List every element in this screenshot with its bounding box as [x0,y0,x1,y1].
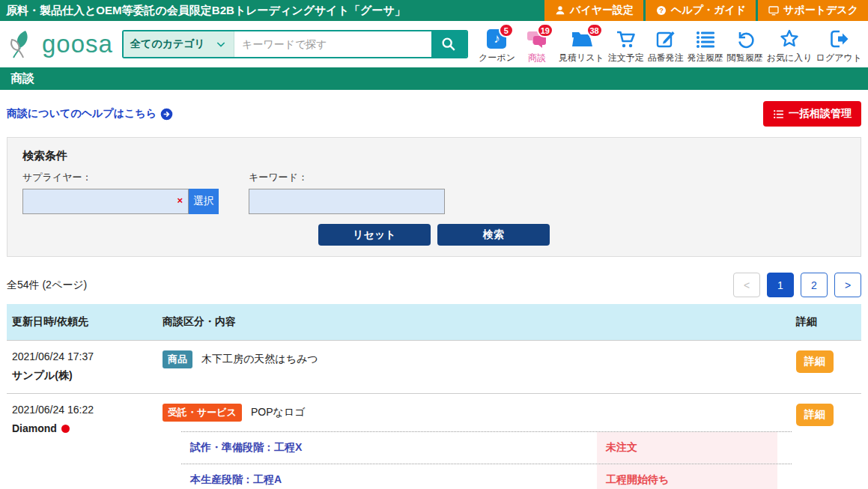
negotiation-table: 更新日時/依頼先 商談区分・内容 詳細 2021/06/24 17:37 サンプ… [7,304,861,489]
header-search-bar: 全てのカテゴリ [122,30,468,58]
process-row: 本生産段階：工程A 工程開始待ち [181,464,792,489]
buyer-settings-label: バイヤー設定 [570,4,634,17]
star-icon [779,28,800,49]
list-icon [773,109,784,120]
negotiation-help-link[interactable]: 商談についてのヘルプはこちら [7,107,173,121]
process-row: 試作・準備段階：工程X 未注文 [181,431,792,464]
pagination-prev[interactable]: < [733,273,760,297]
row-client: Diamond [12,422,163,434]
category-dropdown-value: 全てのカテゴリ [130,37,205,51]
support-desk-button[interactable]: サポートデスク [758,0,868,21]
nav-item-order-history[interactable]: 発注履歴 [688,28,723,64]
category-badge: 受託・サービス [163,404,242,422]
col-header-category-content: 商談区分・内容 [163,315,792,329]
chevron-down-icon [215,38,227,50]
history-icon [735,28,756,49]
supplier-select-button[interactable]: 選択 [189,189,219,214]
nav-item-logout[interactable]: ログアウト [816,28,862,64]
keyword-search-input[interactable] [234,31,431,57]
negotiation-title-link[interactable]: 木下工房の天然はちみつ [201,353,318,366]
bulk-consult-manage-label: 一括相談管理 [789,107,852,121]
nav-item-quote-list[interactable]: 38 見積リスト [559,28,604,64]
site-tagline: 原料・製品仕入とOEM等委託の会員限定B2Bトレーディングサイト「グーサ」 [0,0,406,21]
nav-item-favorites[interactable]: お気に入り [767,28,813,64]
supplier-input[interactable] [22,189,189,214]
search-conditions-panel: 検索条件 サプライヤー： × 選択 キーワード： リセット 検索 [7,137,861,257]
table-header: 更新日時/依頼先 商談区分・内容 詳細 [7,304,861,340]
arrow-circle-icon [160,108,173,121]
cart-icon [616,28,637,49]
quote-list-badge: 38 [586,23,603,37]
top-bar: 原料・製品仕入とOEM等委託の会員限定B2Bトレーディングサイト「グーサ」 バイ… [0,0,868,21]
panel-title: 検索条件 [22,149,846,163]
goosa-logo[interactable]: goosa [7,29,113,59]
page-title: 商談 [0,67,868,90]
negotiation-title-link[interactable]: POPなロゴ [251,406,306,419]
user-icon [554,4,566,16]
search-icon [440,36,457,52]
support-desk-label: サポートデスク [783,4,858,17]
pagination: < 1 2 > [733,273,861,297]
search-submit-button[interactable] [431,31,467,57]
row-datetime: 2021/06/24 17:37 [12,350,163,362]
clear-supplier-icon[interactable]: × [177,195,183,205]
pagination-page-2[interactable]: 2 [801,273,828,297]
monitor-icon [768,4,780,16]
negotiation-badge: 19 [537,23,553,37]
col-header-datetime-client: 更新日時/依頼先 [7,315,163,329]
table-row: 2021/06/24 17:37 サンプル(株) 商品 木下工房の天然はちみつ … [7,340,861,393]
bulk-consult-manage-button[interactable]: 一括相談管理 [763,101,861,127]
process-sub-table: 試作・準備段階：工程X 未注文 本生産段階：工程A 工程開始待ち [181,431,792,489]
results-count: 全54件 (2ページ) [7,279,87,292]
category-badge: 商品 [163,350,192,368]
keyword-label: キーワード： [249,171,445,184]
nav-item-coupon[interactable]: 5 ♪ クーポン [479,28,515,64]
help-link-label: 商談についてのヘルプはこちら [7,107,157,121]
category-dropdown[interactable]: 全てのカテゴリ [124,31,234,57]
process-status: 未注文 [597,432,777,464]
buyer-settings-button[interactable]: バイヤー設定 [544,0,643,21]
top-bar-buttons: バイヤー設定 ? ヘルプ・ガイド サポートデスク [544,0,868,21]
main-header: goosa 全てのカテゴリ 5 ♪ クーポン 19 商談 [0,21,868,67]
col-header-detail: 詳細 [792,315,861,329]
header-nav: 5 ♪ クーポン 19 商談 38 見積リスト [479,24,862,64]
table-row: 2021/06/24 16:22 Diamond 受託・サービス POPなロゴ … [7,393,861,489]
logout-icon [828,28,849,49]
row-datetime: 2021/06/24 16:22 [12,404,163,416]
unread-dot [61,425,70,433]
detail-button[interactable]: 詳細 [796,404,834,426]
search-button[interactable]: 検索 [437,224,550,246]
pagination-page-1[interactable]: 1 [767,273,794,297]
process-stage-link[interactable]: 本生産段階：工程A [181,464,597,489]
reset-button[interactable]: リセット [318,224,431,246]
leaf-logo-icon [7,29,39,59]
nav-item-part-order[interactable]: 品番発注 [648,28,684,64]
process-status: 工程開始待ち [597,464,777,489]
pagination-next[interactable]: > [834,273,861,297]
nav-item-order-schedule[interactable]: 注文予定 [608,28,644,64]
help-guide-label: ヘルプ・ガイド [671,4,746,17]
help-guide-button[interactable]: ? ヘルプ・ガイド [646,0,756,21]
question-icon: ? [655,4,667,16]
detail-button[interactable]: 詳細 [796,350,834,373]
supplier-label: サプライヤー： [22,171,219,184]
edit-icon [655,28,676,49]
logo-text: goosa [42,30,113,58]
nav-item-negotiation[interactable]: 19 商談 [519,28,555,64]
nav-item-browsing-history[interactable]: 閲覧履歴 [727,28,763,64]
row-client: サンプル(株) [12,369,163,383]
list-icon [695,28,716,49]
keyword-condition-input[interactable] [249,189,445,214]
process-stage-link[interactable]: 試作・準備段階：工程X [181,432,597,464]
svg-text:?: ? [659,7,664,14]
coupon-badge: 5 [499,23,514,37]
